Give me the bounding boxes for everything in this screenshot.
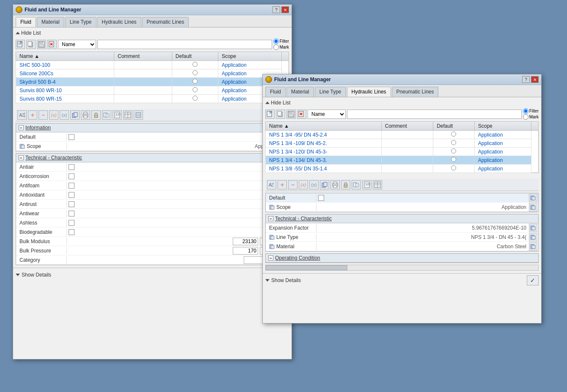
tab-linetype-2[interactable]: Line Type [315,87,346,97]
props-ref-btn-1[interactable] [102,110,111,120]
operating-collapse-btn-2[interactable]: − [268,255,273,260]
cell-default[interactable] [433,131,475,139]
info-section-header-1[interactable]: − Information [16,123,289,132]
prop-check-antifoam-1[interactable] [69,183,74,189]
cell-default[interactable] [433,139,475,148]
toolbar-btn-delete-1[interactable] [47,40,57,49]
props-print-btn-2[interactable] [330,180,340,189]
info-collapse-btn-1[interactable]: − [19,125,24,130]
props-formula-btn-2[interactable]: (x) [299,180,308,189]
prop-check-antiwear-1[interactable] [69,211,74,217]
tab-pneumatic-1[interactable]: Pneumatic Lines [142,17,189,27]
cell-default[interactable] [172,86,218,95]
props-sort-btn-2[interactable]: AZ [267,180,276,189]
tech-collapse-btn-2[interactable]: − [268,216,273,221]
show-details-btn-1[interactable]: Show Details [16,272,51,278]
toolbar-btn-copy-2[interactable] [276,110,285,119]
toolbar-btn-delete-2[interactable] [297,110,306,119]
props-print-btn-1[interactable] [81,110,90,120]
tab-material-2[interactable]: Material [286,87,314,97]
props-extra-btn-1[interactable] [134,110,143,120]
sort-dropdown-2[interactable]: Name [308,110,346,119]
table-row[interactable]: Sunvis 800 WR-10Application [16,86,289,95]
prop-act-material-2[interactable] [529,242,537,251]
help-button-2[interactable]: ? [522,76,530,83]
prop-checkbox-default-1[interactable] [69,134,74,140]
h-scrollbar-2[interactable] [265,265,539,271]
hide-list-btn-1[interactable]: Hide List [16,30,41,36]
cell-default[interactable] [172,69,218,78]
props-add-btn-2[interactable]: + [278,180,287,189]
sort-dropdown-1[interactable]: Name [58,40,96,49]
tab-pneumatic-2[interactable]: Pneumatic Lines [392,87,439,97]
props-calc-btn-1[interactable]: 123 [113,110,122,120]
toolbar-btn-save-2[interactable] [286,110,296,119]
col-scope-header-2[interactable]: Scope [474,122,531,131]
cell-default[interactable] [172,78,218,86]
tech-section-header-1[interactable]: − Technical - Characteristic [16,154,289,162]
props-formula2-btn-1[interactable]: (x) [60,110,69,120]
toolbar-btn-new-2[interactable] [265,110,275,119]
cell-default[interactable] [172,95,218,103]
prop-check-anticorr-1[interactable] [69,173,74,179]
prop-check-ashless-1[interactable] [69,220,74,226]
bulk-modulus-input-1[interactable] [233,238,258,245]
props-lock-btn-1[interactable] [91,110,101,120]
props-remove-btn-2[interactable]: − [288,180,297,189]
table-row[interactable]: NPS 1 3/4 -120/ DN 45-3-Application [266,148,539,156]
props-copy-btn-1[interactable] [70,110,80,120]
search-input-2[interactable] [347,110,522,119]
props-formula2-btn-2[interactable]: (x) [309,180,319,189]
props-calc-btn-2[interactable]: 123 [362,180,372,189]
table-row[interactable]: NPS 1 3/8 -55/ DN 35-1.4Application [266,164,539,173]
prop-check-biodeg-1[interactable] [69,229,74,235]
table-row[interactable]: NPS 1 3/4 -134/ DN 45-3.Application [266,156,539,164]
col-default-header-1[interactable]: Default [172,52,218,61]
col-default-header-2[interactable]: Default [433,122,475,131]
cell-default[interactable] [433,148,475,156]
hide-list-btn-2[interactable]: Hide List [265,100,291,106]
prop-act-expansion-2[interactable] [529,224,537,232]
toolbar-btn-save-1[interactable] [37,40,46,49]
show-details-btn-2[interactable]: Show Details [265,277,301,283]
props-table-btn-1[interactable] [123,110,132,120]
col-scope-header-1[interactable]: Scope [218,52,281,61]
table-row[interactable]: Sunvis 800 WR-15Application [16,95,289,103]
props-remove-btn-1[interactable]: − [39,110,48,120]
table-row[interactable]: Skydrol 500 B-4Application [16,78,289,86]
filter-option-2[interactable]: Filter [523,108,539,114]
table-row[interactable]: NPS 1 3/4 -95/ DN 45-2.4Application [266,131,539,139]
cell-default[interactable] [433,164,475,173]
tab-fluid-2[interactable]: Fluid [265,87,286,97]
help-button-1[interactable]: ? [272,6,280,13]
toolbar-btn-copy-1[interactable] [26,40,36,49]
bulk-pressure-input-1[interactable] [233,247,258,255]
col-name-header-2[interactable]: Name ▲ [266,122,382,131]
prop-check-antirust-1[interactable] [69,201,74,207]
tab-fluid-1[interactable]: Fluid [16,17,36,27]
col-name-header-1[interactable]: Name ▲ [16,52,114,61]
tech-section-header-2[interactable]: − Technical - Characteristic [266,214,538,223]
mark-option-2[interactable]: Mark [523,114,539,120]
operating-section-header-2[interactable]: − Operating Condition [266,254,538,263]
table-row[interactable]: SHC 500-100Application [16,61,289,69]
prop-act-scope-2[interactable] [529,203,537,211]
props-copy-btn-2[interactable] [320,180,329,189]
tech-collapse-btn-1[interactable]: − [19,155,24,160]
cell-default[interactable] [433,156,475,164]
cell-default[interactable] [172,61,218,69]
prop-check-antioxidant-1[interactable] [69,192,74,198]
props-add-btn-1[interactable]: + [28,110,37,120]
filter-option-1[interactable]: Filter [273,38,289,44]
props-formula-btn-1[interactable]: (x) [49,110,58,120]
search-input-1[interactable] [97,40,272,49]
tab-hydraulic-2[interactable]: Hydraulic Lines [347,87,391,97]
tab-hydraulic-1[interactable]: Hydraulic Lines [97,17,141,27]
mark-option-1[interactable]: Mark [273,44,289,50]
ok-btn-2[interactable]: ✓ [527,275,539,285]
close-button-1[interactable]: ✕ [281,6,289,13]
props-ref-btn-2[interactable] [352,180,361,189]
tab-material-1[interactable]: Material [37,17,64,27]
prop-act-linetype-2[interactable] [529,233,537,241]
props-table-btn-2[interactable] [373,180,382,189]
